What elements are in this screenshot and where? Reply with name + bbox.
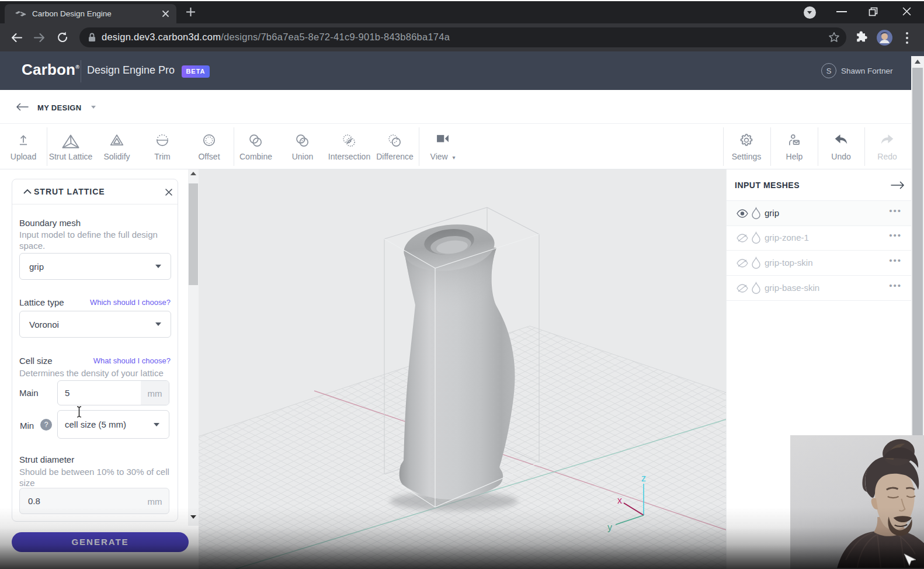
- svg-text:y: y: [607, 522, 612, 532]
- svg-text:z: z: [641, 473, 646, 483]
- svg-text:x: x: [617, 495, 622, 505]
